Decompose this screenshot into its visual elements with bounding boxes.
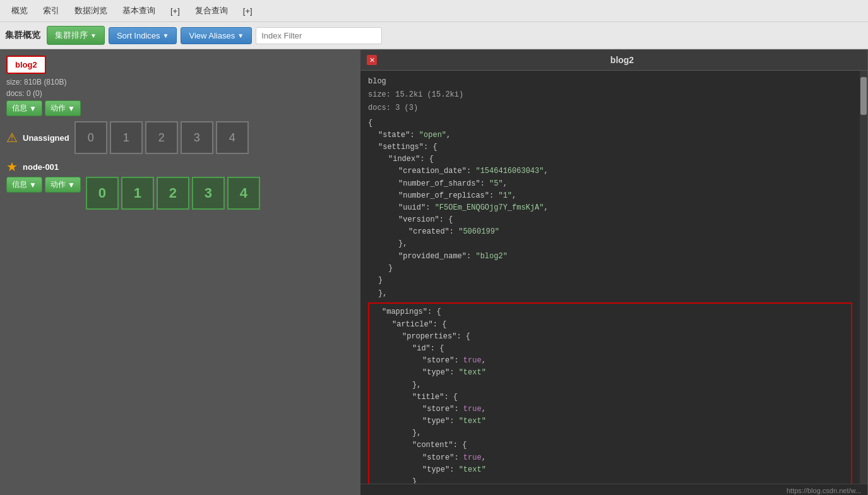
modal-docs-info: docs: 3 (3) bbox=[368, 102, 852, 114]
unassigned-label: Unassigned bbox=[23, 133, 69, 143]
warning-icon: ⚠ bbox=[6, 130, 18, 145]
shard-box-0-unassigned[interactable]: 0 bbox=[74, 121, 107, 154]
sort-indices-label: 集群排序 bbox=[55, 30, 88, 41]
node-action-label: 动作 bbox=[51, 179, 66, 190]
action-button[interactable]: 动作 ▼ bbox=[45, 100, 81, 116]
node-header: ★ node-001 bbox=[6, 159, 354, 174]
top-nav: 概览 索引 数据浏览 基本查询 [+] 复合查询 [+] bbox=[0, 0, 868, 22]
node-section: ★ node-001 信息 ▼ 动作 ▼ bbox=[6, 159, 354, 210]
shard-box-2-node[interactable]: 2 bbox=[157, 177, 189, 210]
node-shard-grid: 0 1 2 3 4 bbox=[86, 177, 260, 210]
footer-url: https://blog.csdn.net/w... bbox=[787, 487, 861, 494]
modal-title: blog2 bbox=[383, 55, 861, 65]
info-label: 信息 bbox=[12, 103, 27, 114]
shard-box-3-node[interactable]: 3 bbox=[192, 177, 225, 210]
index-card: blog2 size: 810B (810B) docs: 0 (0) 信息 ▼… bbox=[6, 56, 354, 210]
json-number-replicas: "number_of_replicas": "1", bbox=[368, 190, 852, 202]
sort-indices-dropdown-icon: ▼ bbox=[90, 32, 97, 39]
nav-tab-basic-query-add[interactable]: [+] bbox=[164, 4, 186, 18]
modal-panel: ✕ blog2 blog size: 15.2ki (15.2ki) docs:… bbox=[360, 49, 868, 495]
action-label: 动作 bbox=[51, 103, 66, 114]
node-label: node-001 bbox=[23, 162, 59, 172]
node-info-dropdown-icon: ▼ bbox=[29, 181, 37, 189]
overview-label: 集群概览 bbox=[5, 30, 40, 41]
json-version-close: }, bbox=[368, 238, 852, 250]
unassigned-header: ⚠ Unassigned 0 1 2 3 4 bbox=[6, 121, 354, 154]
node-action-buttons: 信息 ▼ 动作 ▼ bbox=[6, 177, 81, 193]
index-action-buttons: 信息 ▼ 动作 ▼ bbox=[6, 100, 354, 116]
modal-content-area: blog size: 15.2ki (15.2ki) docs: 3 (3) {… bbox=[360, 71, 867, 484]
sort-indices-button[interactable]: 集群排序 ▼ bbox=[47, 26, 105, 45]
star-icon: ★ bbox=[6, 159, 18, 174]
modal-index-name: blog bbox=[368, 76, 852, 88]
json-provided-name: "provided_name": "blog2" bbox=[368, 251, 852, 263]
shard-box-2-unassigned[interactable]: 2 bbox=[145, 121, 178, 154]
node-action-button[interactable]: 动作 ▼ bbox=[45, 177, 81, 193]
json-creation-date: "creation_date": "1546416063043", bbox=[368, 165, 852, 177]
sort-indices-alt-button[interactable]: Sort Indices ▼ bbox=[109, 27, 177, 44]
node-action-dropdown-icon: ▼ bbox=[68, 181, 75, 189]
nav-tab-index[interactable]: 索引 bbox=[37, 3, 66, 19]
index-size: size: 810B (810B) bbox=[6, 78, 354, 86]
json-uuid: "uuid": "F5OEm_ENQGOjg7Y_fmsKjA", bbox=[368, 202, 852, 214]
nav-tab-overview[interactable]: 概览 bbox=[5, 3, 34, 19]
shard-box-3-unassigned[interactable]: 3 bbox=[181, 121, 213, 154]
shard-box-1-unassigned[interactable]: 1 bbox=[110, 121, 143, 154]
shard-box-4-node[interactable]: 4 bbox=[227, 177, 260, 210]
nav-tab-compound-query[interactable]: 复合查询 bbox=[189, 3, 234, 19]
node-info-button[interactable]: 信息 ▼ bbox=[6, 177, 42, 193]
sort-indices-alt-dropdown-icon: ▼ bbox=[163, 32, 169, 39]
shard-box-0-node[interactable]: 0 bbox=[86, 177, 119, 210]
shard-box-1-node[interactable]: 1 bbox=[121, 177, 154, 210]
action-dropdown-icon: ▼ bbox=[68, 104, 75, 113]
index-filter-input[interactable] bbox=[256, 27, 382, 44]
json-brace-close2: }, bbox=[368, 288, 852, 300]
modal-footer: https://blog.csdn.net/w... bbox=[360, 484, 867, 495]
json-settings-open: "settings": { bbox=[368, 141, 852, 153]
modal-size-info: size: 15.2ki (15.2ki) bbox=[368, 89, 852, 101]
modal-close-button[interactable]: ✕ bbox=[367, 55, 377, 65]
nav-tab-compound-query-add[interactable]: [+] bbox=[237, 4, 259, 18]
modal-body[interactable]: blog size: 15.2ki (15.2ki) docs: 3 (3) {… bbox=[360, 71, 860, 484]
nav-tab-data-browse[interactable]: 数据浏览 bbox=[68, 3, 114, 19]
node-info-label: 信息 bbox=[12, 179, 27, 190]
sort-indices-alt-label: Sort Indices bbox=[117, 31, 160, 40]
view-aliases-button[interactable]: View Aliases ▼ bbox=[181, 27, 252, 44]
json-settings-close: } bbox=[368, 275, 852, 287]
info-dropdown-icon: ▼ bbox=[29, 104, 37, 113]
json-state: "state": "open", bbox=[368, 129, 852, 141]
json-mappings-section: "mappings": { "article": { "properties":… bbox=[368, 302, 852, 484]
shard-box-4-unassigned[interactable]: 4 bbox=[216, 121, 249, 154]
unassigned-shard-grid: 0 1 2 3 4 bbox=[74, 121, 249, 154]
view-aliases-label: View Aliases bbox=[189, 31, 235, 40]
left-panel: blog2 size: 810B (810B) docs: 0 (0) 信息 ▼… bbox=[0, 49, 360, 495]
modal-header: ✕ blog2 bbox=[360, 50, 867, 71]
main-content: blog2 size: 810B (810B) docs: 0 (0) 信息 ▼… bbox=[0, 49, 868, 495]
unassigned-section: ⚠ Unassigned 0 1 2 3 4 bbox=[6, 121, 354, 154]
nav-tab-basic-query[interactable]: 基本查询 bbox=[116, 3, 162, 19]
info-button[interactable]: 信息 ▼ bbox=[6, 100, 42, 116]
json-index-close: } bbox=[368, 263, 852, 275]
view-aliases-dropdown-icon: ▼ bbox=[237, 32, 244, 39]
json-index-open: "index": { bbox=[368, 153, 852, 165]
json-root-open: { bbox=[368, 117, 852, 129]
json-number-shards: "number_of_shards": "5", bbox=[368, 178, 852, 190]
index-name-button[interactable]: blog2 bbox=[6, 56, 46, 74]
json-version-open: "version": { bbox=[368, 214, 852, 226]
index-docs: docs: 0 (0) bbox=[6, 89, 354, 98]
scrollbar-track[interactable] bbox=[860, 71, 867, 484]
toolbar: 集群概览 集群排序 ▼ Sort Indices ▼ View Aliases … bbox=[0, 22, 868, 49]
scrollbar-thumb[interactable] bbox=[860, 77, 867, 115]
json-version-created: "created": "5060199" bbox=[368, 226, 852, 238]
